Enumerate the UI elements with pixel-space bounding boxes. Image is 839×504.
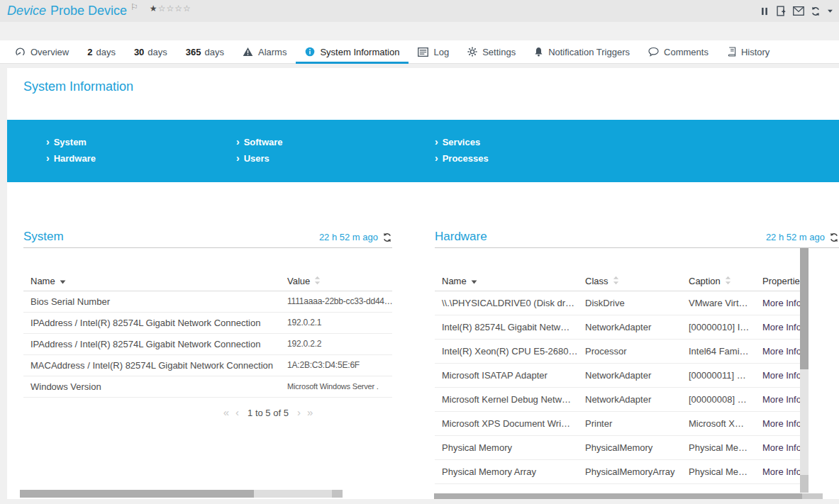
horizontal-scrollbar-hardware[interactable]: [434, 493, 823, 499]
more-info-link[interactable]: More Info: [762, 322, 800, 332]
column-header-value[interactable]: Value: [280, 271, 392, 291]
cell-class: NetworkAdapter: [578, 387, 682, 411]
cell-class: Processor: [578, 339, 682, 363]
more-info-link[interactable]: More Info: [762, 298, 800, 308]
vertical-scrollbar-end[interactable]: [800, 475, 809, 493]
horizontal-scrollbar-thumb[interactable]: [434, 493, 802, 499]
hardware-panel-title: Hardware: [435, 230, 487, 244]
refresh-icon[interactable]: [829, 233, 839, 242]
tab-notification-triggers[interactable]: Notification Triggers: [525, 40, 639, 63]
tab-system-information[interactable]: System Information: [296, 40, 409, 63]
cell-name: Physical Memory Array: [435, 459, 578, 483]
more-info-link[interactable]: More Info: [762, 370, 800, 381]
cell-class: NetworkAdapter: [578, 483, 682, 493]
device-name-label: Probe Device: [50, 4, 127, 18]
nav-link-hardware[interactable]: ›Hardware: [46, 153, 236, 164]
refresh-icon[interactable]: [811, 6, 821, 16]
table-row: Intel(R) Xeon(R) CPU E5-2680…ProcessorIn…: [435, 339, 800, 363]
tab-30-days[interactable]: 30days: [125, 40, 177, 63]
horizontal-scrollbar-system[interactable]: [20, 490, 343, 498]
cell-name: IPAddress / Intel(R) 82574L Gigabit Netw…: [23, 312, 280, 333]
first-page-button[interactable]: «: [223, 408, 229, 418]
more-info-link[interactable]: More Info: [762, 394, 800, 405]
hardware-updated-text: 22 h 52 m ago: [766, 232, 825, 242]
cell-name: Physical Memory: [435, 435, 578, 459]
tab-overview[interactable]: Overview: [6, 40, 78, 63]
table-row: MACAddress / Intel(R) 82574L Gigabit Net…: [23, 354, 392, 376]
history-icon: [727, 47, 736, 57]
tab-label: System Information: [320, 47, 399, 57]
tab-alarms[interactable]: Alarms: [233, 40, 296, 63]
caret-down-icon[interactable]: [827, 8, 833, 14]
nav-link-label: Processes: [443, 153, 489, 164]
chevron-right-icon: ›: [46, 154, 50, 163]
pause-icon[interactable]: [760, 6, 769, 16]
horizontal-scrollbar-end[interactable]: [332, 490, 343, 498]
more-info-link[interactable]: More Info: [762, 466, 800, 477]
tab-number: 30: [134, 47, 144, 57]
section-nav-band: ›System›Hardware›Software›Users›Services…: [7, 120, 839, 182]
nav-link-services[interactable]: ›Services: [435, 137, 489, 147]
column-header-name[interactable]: Name: [23, 271, 280, 291]
more-info-link[interactable]: More Info: [762, 442, 800, 453]
chevron-right-icon: ›: [236, 154, 240, 163]
next-page-button[interactable]: ›: [297, 408, 301, 418]
column-label: Class: [585, 276, 609, 286]
prev-page-button[interactable]: ‹: [235, 408, 239, 418]
more-info-link[interactable]: More Info: [762, 346, 800, 357]
cell-class: PhysicalMemory: [578, 435, 682, 459]
cell-caption: [00000008] …: [682, 387, 755, 411]
horizontal-scrollbar-track[interactable]: [254, 490, 332, 498]
panels-row: System 22 h 52 m ago NameValue Bios Seri…: [7, 182, 839, 493]
cell-properties: More Info: [755, 435, 800, 459]
tab-2-days[interactable]: 2days: [78, 40, 125, 63]
cell-value: 1111aaaa-22bb-cc33-dd44…: [280, 291, 392, 312]
horizontal-scrollbar-thumb[interactable]: [20, 490, 254, 498]
cell-name: \\.\PHYSICALDRIVE0 (Disk dr…: [435, 291, 578, 315]
device-title: Device Probe Device ⚐ ★☆☆☆☆: [7, 4, 191, 18]
column-header-class[interactable]: Class: [578, 271, 682, 291]
vertical-scrollbar-thumb[interactable]: [800, 248, 809, 369]
star-icon[interactable]: ☆: [166, 4, 174, 13]
nav-link-processes[interactable]: ›Processes: [435, 153, 489, 164]
more-info-link[interactable]: More Info: [762, 418, 800, 429]
more-info-link[interactable]: More Info: [762, 491, 800, 493]
chevron-right-icon: ›: [236, 138, 240, 147]
hardware-panel: Hardware 22 h 52 m ago NameClassCaptionP…: [435, 230, 839, 493]
cell-properties: More Info: [755, 483, 800, 493]
column-header-name[interactable]: Name: [435, 271, 578, 291]
tab-history[interactable]: History: [718, 40, 779, 63]
add-report-icon[interactable]: [776, 6, 787, 16]
pagination-label: 1 to 5 of 5: [248, 408, 289, 418]
priority-rating[interactable]: ★☆☆☆☆: [150, 1, 191, 14]
tab-365-days[interactable]: 365days: [177, 40, 233, 63]
system-updated-text: 22 h 52 m ago: [319, 232, 378, 242]
table-row: Microsoft Kernel Debug Netw…NetworkAdapt…: [435, 387, 800, 411]
tab-label: days: [205, 47, 224, 57]
mail-icon[interactable]: [793, 6, 804, 16]
column-label: Properties: [762, 276, 800, 286]
star-icon[interactable]: ☆: [158, 4, 167, 13]
chevron-right-icon: ›: [46, 138, 50, 147]
star-icon[interactable]: ☆: [174, 4, 183, 13]
sort-both-icon: [314, 276, 321, 287]
star-icon[interactable]: ☆: [183, 4, 191, 13]
column-header-caption[interactable]: Caption: [682, 271, 755, 291]
nav-link-label: Hardware: [54, 153, 96, 164]
star-icon[interactable]: ★: [150, 4, 158, 13]
cell-name: Windows Version: [23, 376, 280, 397]
tab-comments[interactable]: Comments: [639, 40, 718, 63]
nav-link-software[interactable]: ›Software: [236, 137, 435, 147]
system-table-header-row: NameValue: [23, 271, 392, 291]
vertical-scrollbar[interactable]: [800, 248, 809, 493]
last-page-button[interactable]: »: [307, 408, 313, 418]
horizontal-scrollbar-end[interactable]: [802, 493, 823, 499]
system-table: NameValue Bios Serial Number1111aaaa-22b…: [23, 271, 392, 398]
nav-link-system[interactable]: ›System: [46, 137, 236, 147]
nav-link-users[interactable]: ›Users: [236, 153, 435, 164]
table-row: Windows VersionMicrosoft Windows Server …: [23, 376, 392, 397]
tab-log[interactable]: Log: [409, 40, 458, 63]
tab-settings[interactable]: Settings: [458, 40, 525, 63]
refresh-icon[interactable]: [382, 233, 392, 242]
flag-icon[interactable]: ⚐: [130, 2, 138, 12]
